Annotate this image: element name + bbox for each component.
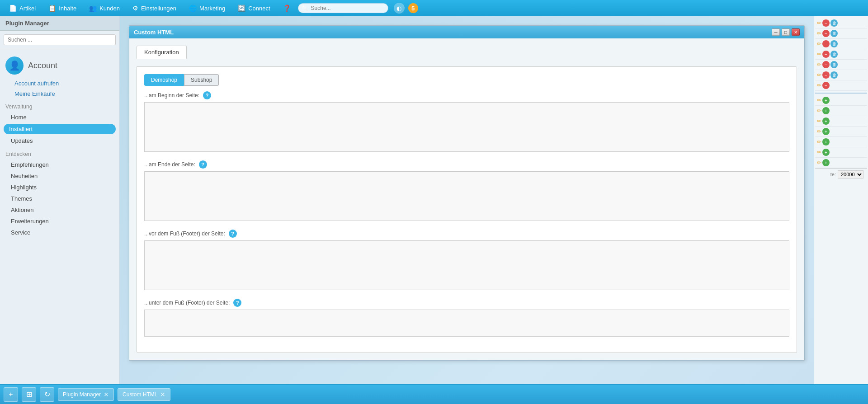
- nav-artikel[interactable]: 📄 Artikel: [4, 3, 41, 14]
- sidebar-item-home[interactable]: Home: [0, 112, 119, 123]
- remove-icon[interactable]: −: [822, 19, 830, 27]
- sidebar-item-updates[interactable]: Updates: [0, 135, 119, 146]
- plugin-list-item: ✏ +: [815, 116, 867, 127]
- nav-connect[interactable]: 🔄 Connect: [232, 3, 275, 14]
- account-section: 👤 Account: [0, 49, 119, 78]
- nav-marketing[interactable]: 🌐 Marketing: [184, 3, 231, 14]
- nav-kunden[interactable]: 👥 Kunden: [84, 3, 125, 14]
- remove-icon[interactable]: −: [822, 51, 830, 58]
- dialog-overlay: Custom HTML ─ □ ✕ Konfiguration Demoshop…: [120, 16, 814, 384]
- remove-icon[interactable]: −: [822, 61, 830, 68]
- plugin-list-item: ✏ +: [815, 137, 867, 147]
- add-icon[interactable]: +: [822, 149, 830, 156]
- taskbar-refresh-button[interactable]: ↻: [40, 387, 54, 402]
- edit-icon[interactable]: ✏: [817, 51, 821, 57]
- trash-icon[interactable]: 🗑: [830, 71, 838, 79]
- edit-icon[interactable]: ✏: [817, 61, 821, 68]
- sidebar-item-installiert[interactable]: Installiert: [4, 124, 116, 134]
- remove-icon[interactable]: −: [822, 82, 830, 89]
- shop-tab-subshop[interactable]: Subshop: [184, 74, 219, 86]
- add-icon[interactable]: +: [822, 97, 830, 104]
- einstellungen-icon: ⚙: [132, 5, 138, 12]
- remove-icon[interactable]: −: [822, 71, 830, 79]
- remove-icon[interactable]: −: [822, 40, 830, 47]
- textarea-begin[interactable]: [144, 102, 789, 152]
- section-after-footer: ...unter dem Fuß (Footer) der Seite: ?: [144, 299, 789, 338]
- taskbar-tab-plugin-manager-close[interactable]: ✕: [104, 391, 109, 398]
- section-before-footer-label: ...vor dem Fuß (Footer) der Seite: ?: [144, 230, 789, 238]
- edit-icon[interactable]: ✏: [817, 108, 821, 114]
- dialog-title: Custom HTML: [134, 29, 174, 36]
- maximize-button[interactable]: □: [782, 28, 790, 36]
- sidebar-item-neuheiten[interactable]: Neuheiten: [0, 170, 119, 182]
- help-icon-end[interactable]: ?: [199, 160, 207, 169]
- sidebar-item-highlights[interactable]: Highlights: [0, 182, 119, 193]
- plugin-list-item: ✏ −: [815, 80, 867, 91]
- nav-user-circle[interactable]: ◐: [394, 3, 405, 14]
- edit-icon[interactable]: ✏: [817, 30, 821, 37]
- sidebar-link-meine-einkaeufe[interactable]: Meine Einkäufe: [0, 89, 119, 99]
- sidebar-item-erweiterungen[interactable]: Erweiterungen: [0, 216, 119, 227]
- close-button[interactable]: ✕: [792, 28, 800, 36]
- help-icon: ❓: [283, 5, 291, 12]
- section-begin: ...am Beginn der Seite: ?: [144, 91, 789, 153]
- connect-icon: 🔄: [238, 5, 245, 12]
- edit-icon[interactable]: ✏: [817, 149, 821, 155]
- textarea-after-footer[interactable]: [144, 310, 789, 337]
- pagination-select[interactable]: 20000 5000 1000: [838, 170, 863, 179]
- sidebar-item-aktionen[interactable]: Aktionen: [0, 204, 119, 216]
- nav-einstellungen[interactable]: ⚙ Einstellungen: [127, 3, 182, 14]
- add-icon[interactable]: +: [822, 138, 830, 146]
- pagination-label: te:: [830, 172, 836, 177]
- edit-icon[interactable]: ✏: [817, 139, 821, 145]
- sidebar-item-themes[interactable]: Themes: [0, 193, 119, 204]
- trash-icon[interactable]: 🗑: [830, 51, 838, 58]
- sidebar-item-empfehlungen[interactable]: Empfehlungen: [0, 159, 119, 170]
- add-icon[interactable]: +: [822, 117, 830, 125]
- edit-icon[interactable]: ✏: [817, 118, 821, 124]
- add-icon[interactable]: +: [822, 159, 830, 166]
- sidebar-item-service[interactable]: Service: [0, 227, 119, 238]
- edit-icon[interactable]: ✏: [817, 72, 821, 78]
- taskbar-tab-custom-html[interactable]: Custom HTML ✕: [118, 388, 170, 401]
- edit-icon[interactable]: ✏: [817, 20, 821, 26]
- edit-icon[interactable]: ✏: [817, 97, 821, 103]
- nav-help[interactable]: ❓: [278, 3, 296, 14]
- taskbar-add-button[interactable]: +: [4, 387, 18, 402]
- minimize-button[interactable]: ─: [772, 28, 780, 36]
- help-icon-begin[interactable]: ?: [203, 91, 211, 99]
- tab-konfiguration[interactable]: Konfiguration: [137, 46, 187, 59]
- remove-icon[interactable]: −: [822, 30, 830, 37]
- taskbar-tab-plugin-manager[interactable]: Plugin Manager ✕: [58, 388, 114, 401]
- dialog-titlebar: Custom HTML ─ □ ✕: [129, 26, 804, 38]
- plugin-search-input[interactable]: [4, 34, 116, 45]
- help-icon-after-footer[interactable]: ?: [233, 299, 241, 307]
- pagination-row: te: 20000 5000 1000: [815, 168, 867, 180]
- konfiguration-tabs: Konfiguration: [137, 46, 797, 59]
- nav-right: ◐ 5: [394, 3, 418, 14]
- taskbar-grid-button[interactable]: ⊞: [22, 387, 36, 402]
- add-icon[interactable]: +: [822, 128, 830, 135]
- edit-icon[interactable]: ✏: [817, 41, 821, 47]
- edit-icon[interactable]: ✏: [817, 128, 821, 135]
- nav-inhalte[interactable]: 📋 Inhalte: [43, 3, 82, 14]
- sidebar-link-account-aufrufen[interactable]: Account aufrufen: [0, 78, 119, 89]
- account-name: Account: [28, 61, 57, 70]
- edit-icon[interactable]: ✏: [817, 82, 821, 89]
- trash-icon[interactable]: 🗑: [830, 61, 838, 68]
- search-input[interactable]: [298, 3, 388, 13]
- add-icon[interactable]: +: [822, 107, 830, 114]
- edit-icon[interactable]: ✏: [817, 160, 821, 166]
- taskbar-tab-custom-html-close[interactable]: ✕: [160, 391, 165, 398]
- avatar: 👤: [5, 56, 24, 75]
- marketing-icon: 🌐: [189, 5, 197, 12]
- textarea-end[interactable]: [144, 171, 789, 221]
- help-icon-before-footer[interactable]: ?: [229, 230, 237, 238]
- artikel-icon: 📄: [9, 5, 17, 12]
- trash-icon[interactable]: 🗑: [830, 19, 838, 27]
- trash-icon[interactable]: 🗑: [830, 40, 838, 47]
- textarea-before-footer[interactable]: [144, 240, 789, 290]
- trash-icon[interactable]: 🗑: [830, 30, 838, 37]
- plugin-list-item: ✏ − 🗑: [815, 60, 867, 70]
- shop-tab-demoshop[interactable]: Demoshop: [144, 74, 184, 86]
